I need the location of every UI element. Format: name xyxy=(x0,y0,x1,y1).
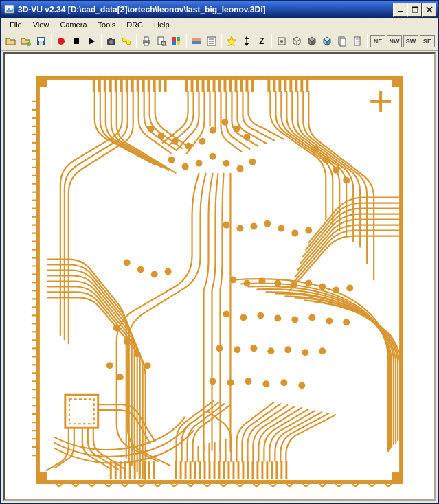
play-icon[interactable] xyxy=(84,34,99,49)
menu-file[interactable]: File xyxy=(4,19,27,30)
svg-point-159 xyxy=(291,230,298,237)
view-sw-button[interactable]: SW xyxy=(403,35,418,47)
svg-rect-27 xyxy=(172,37,176,41)
svg-rect-105 xyxy=(124,461,126,479)
svg-rect-80 xyxy=(164,78,167,92)
print-icon[interactable] xyxy=(139,34,154,49)
svg-point-162 xyxy=(137,266,144,273)
svg-point-144 xyxy=(221,119,228,126)
app-window: 3D-VU v2.34 [D:\cad_data[2]\ortech\leono… xyxy=(0,0,439,504)
close-button[interactable] xyxy=(422,3,436,17)
svg-rect-112 xyxy=(175,461,177,479)
svg-line-26 xyxy=(165,45,166,46)
svg-rect-131 xyxy=(266,461,268,479)
svg-rect-91 xyxy=(240,78,243,92)
svg-rect-62 xyxy=(392,78,401,87)
svg-rect-94 xyxy=(267,78,270,92)
menu-help[interactable]: Help xyxy=(148,19,175,30)
menu-tools[interactable]: Tools xyxy=(93,19,122,30)
separator xyxy=(51,34,52,48)
svg-rect-126 xyxy=(242,461,244,479)
svg-rect-135 xyxy=(285,461,287,479)
svg-point-193 xyxy=(280,379,287,386)
svg-rect-4 xyxy=(412,7,418,8)
svg-point-183 xyxy=(234,346,240,353)
open-project-icon[interactable] xyxy=(19,34,34,49)
menu-camera[interactable]: Camera xyxy=(54,19,92,30)
open-icon[interactable] xyxy=(3,34,19,49)
star-icon[interactable] xyxy=(224,34,239,49)
svg-rect-98 xyxy=(289,78,292,92)
svg-rect-118 xyxy=(204,461,206,479)
svg-point-142 xyxy=(199,138,206,145)
palette-icon[interactable] xyxy=(169,34,184,49)
svg-point-17 xyxy=(109,40,113,44)
layers-icon[interactable] xyxy=(189,34,204,49)
svg-rect-67 xyxy=(93,78,95,92)
svg-rect-12 xyxy=(39,41,43,45)
settings-icon[interactable] xyxy=(204,34,219,49)
svg-point-192 xyxy=(262,380,269,387)
svg-point-20 xyxy=(126,41,131,45)
svg-line-44 xyxy=(293,39,297,41)
record-icon[interactable] xyxy=(54,34,69,49)
svg-rect-70 xyxy=(109,78,112,92)
view-se-button[interactable]: SE xyxy=(420,35,435,47)
svg-rect-116 xyxy=(194,461,196,479)
svg-point-19 xyxy=(122,38,126,42)
info-icon[interactable]: i xyxy=(436,34,438,49)
sheet-icon[interactable] xyxy=(350,34,365,49)
view-ne-button[interactable]: NE xyxy=(370,35,385,47)
svg-rect-2 xyxy=(398,11,403,12)
svg-rect-128 xyxy=(251,461,254,479)
z-arrows-icon[interactable] xyxy=(239,34,254,49)
svg-rect-81 xyxy=(185,78,188,92)
stop-icon[interactable] xyxy=(69,34,84,49)
shaded-cube-icon[interactable] xyxy=(319,34,335,49)
save-icon[interactable] xyxy=(34,34,49,49)
svg-rect-120 xyxy=(214,461,216,479)
separator xyxy=(367,34,368,48)
svg-rect-133 xyxy=(275,461,278,479)
solid-cube-icon[interactable] xyxy=(304,34,319,49)
print-preview-icon[interactable] xyxy=(154,34,169,49)
svg-rect-79 xyxy=(159,78,161,92)
svg-rect-96 xyxy=(278,78,281,92)
svg-rect-100 xyxy=(300,78,303,92)
svg-rect-29 xyxy=(172,41,176,45)
docs-icon[interactable] xyxy=(335,34,350,49)
menu-drc[interactable]: DRC xyxy=(121,19,148,30)
svg-rect-84 xyxy=(202,78,205,92)
camera-icon[interactable] xyxy=(104,34,119,49)
minimize-button[interactable] xyxy=(393,3,407,17)
svg-point-200 xyxy=(117,374,124,380)
svg-point-184 xyxy=(250,345,257,352)
svg-rect-31 xyxy=(192,38,201,41)
svg-rect-85 xyxy=(207,78,210,92)
z-label-icon[interactable]: Z xyxy=(254,34,269,49)
svg-point-185 xyxy=(267,347,274,354)
svg-rect-99 xyxy=(295,78,297,92)
svg-rect-111 xyxy=(153,461,155,479)
lights-icon[interactable] xyxy=(119,34,134,49)
maximize-button[interactable] xyxy=(407,3,422,17)
menu-view[interactable]: View xyxy=(27,19,55,30)
svg-rect-14 xyxy=(74,38,79,44)
svg-marker-37 xyxy=(227,36,236,46)
svg-rect-64 xyxy=(392,472,401,482)
svg-rect-117 xyxy=(199,461,201,479)
separator xyxy=(271,34,272,48)
svg-rect-68 xyxy=(98,78,101,92)
svg-point-147 xyxy=(168,157,175,163)
svg-rect-11 xyxy=(38,38,44,41)
svg-rect-125 xyxy=(237,461,239,479)
canvas-area[interactable]: .cu { stroke:#d8962f; stroke-width:2.2; … xyxy=(3,52,436,501)
svg-rect-129 xyxy=(256,461,258,479)
wire-cube-icon[interactable] xyxy=(289,34,304,49)
view-nw-button[interactable]: NW xyxy=(387,35,402,47)
pad-icon[interactable] xyxy=(274,34,289,49)
svg-point-149 xyxy=(196,160,203,167)
svg-rect-88 xyxy=(223,78,226,92)
svg-rect-23 xyxy=(144,43,148,45)
svg-point-175 xyxy=(240,314,247,321)
